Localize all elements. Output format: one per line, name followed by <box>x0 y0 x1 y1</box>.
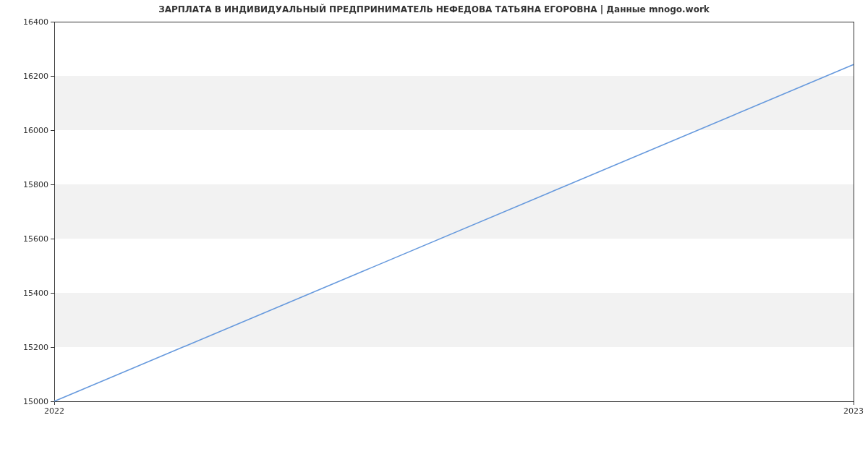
y-tick-label: 16400 <box>23 17 48 27</box>
x-tick-label: 2023 <box>843 406 864 416</box>
x-tick-label: 2022 <box>44 406 64 416</box>
grid-band <box>54 184 854 239</box>
y-tick-label: 15800 <box>23 180 48 189</box>
y-tick-label: 16000 <box>23 126 48 135</box>
y-tick-label: 16200 <box>23 72 48 81</box>
line-chart: 1500015200154001560015800160001620016400… <box>0 0 868 470</box>
grid-band <box>54 76 854 130</box>
y-tick-label: 15000 <box>23 397 48 406</box>
y-tick-label: 15200 <box>23 343 48 352</box>
y-tick-label: 15600 <box>23 234 48 244</box>
grid-band <box>54 293 854 347</box>
chart-container: ЗАРПЛАТА В ИНДИВИДУАЛЬНЫЙ ПРЕДПРИНИМАТЕЛ… <box>0 0 868 470</box>
chart-title: ЗАРПЛАТА В ИНДИВИДУАЛЬНЫЙ ПРЕДПРИНИМАТЕЛ… <box>0 4 868 14</box>
y-tick-label: 15400 <box>23 289 48 298</box>
